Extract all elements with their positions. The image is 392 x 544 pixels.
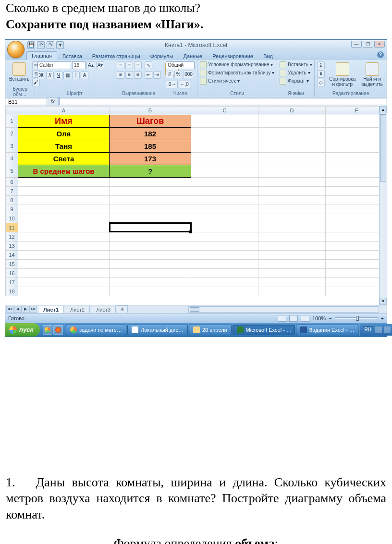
cell-D17[interactable] xyxy=(258,278,326,287)
sheet-prev-button[interactable]: ◀ xyxy=(14,306,22,313)
col-header-D[interactable]: D xyxy=(258,106,326,115)
cell-C9[interactable] xyxy=(191,205,258,214)
italic-button[interactable]: К xyxy=(46,72,54,79)
cell-D13[interactable] xyxy=(258,241,326,250)
cell-E1[interactable] xyxy=(326,115,387,127)
office-button[interactable] xyxy=(7,41,24,58)
cell-B16[interactable] xyxy=(110,268,191,278)
taskbar-task[interactable]: задачи по мате… xyxy=(66,325,126,335)
cell-A14[interactable] xyxy=(18,250,110,259)
find-select-button[interactable]: Найти и выделить xyxy=(360,61,384,88)
row-header-7[interactable]: 7 xyxy=(6,186,18,195)
select-all-corner[interactable] xyxy=(6,106,18,115)
currency-button[interactable]: ₽ xyxy=(166,71,173,78)
start-button[interactable]: пуск xyxy=(5,323,40,337)
cell-D5[interactable] xyxy=(258,165,326,177)
autosum-button[interactable]: Σ xyxy=(317,61,325,69)
cell-A15[interactable] xyxy=(18,259,110,268)
row-header-11[interactable]: 11 xyxy=(6,223,18,232)
cell-C17[interactable] xyxy=(191,278,258,287)
cell-A11[interactable] xyxy=(18,223,110,232)
cell-A1[interactable]: Имя xyxy=(18,115,110,127)
cell-E4[interactable] xyxy=(326,152,387,165)
hscroll-thumb[interactable] xyxy=(190,307,199,312)
row-header-13[interactable]: 13 xyxy=(6,241,18,250)
cell-C12[interactable] xyxy=(191,232,258,241)
row-header-5[interactable]: 5 xyxy=(6,165,18,177)
cell-E9[interactable] xyxy=(326,205,387,214)
tab-insert[interactable]: Вставка xyxy=(58,52,87,60)
cell-A2[interactable]: Оля xyxy=(18,127,110,140)
cell-E11[interactable] xyxy=(326,223,387,232)
taskbar-task[interactable]: Локальный дис… xyxy=(127,325,188,335)
cell-E14[interactable] xyxy=(326,250,387,259)
cell-C16[interactable] xyxy=(191,268,258,278)
zoom-out-button[interactable]: − xyxy=(329,315,331,321)
language-indicator[interactable]: RU xyxy=(363,326,373,333)
cell-D12[interactable] xyxy=(258,232,326,241)
view-pagebreak-button[interactable] xyxy=(301,315,309,322)
new-sheet-button[interactable]: ✳ xyxy=(117,305,128,313)
cell-D8[interactable] xyxy=(258,195,326,205)
cell-A17[interactable] xyxy=(18,278,110,287)
cell-C10[interactable] xyxy=(191,214,258,223)
row-header-18[interactable]: 18 xyxy=(6,287,18,296)
insert-cells-button[interactable]: Вставить ▾ xyxy=(280,61,312,68)
cell-A5[interactable]: В среднем шагов xyxy=(18,165,110,177)
row-header-9[interactable]: 9 xyxy=(6,205,18,214)
cell-C3[interactable] xyxy=(191,140,258,152)
align-mid-button[interactable]: ≡ xyxy=(125,61,133,69)
fill-color-button[interactable] xyxy=(72,72,80,79)
clear-button[interactable]: ◇ xyxy=(317,79,325,86)
percent-button[interactable]: % xyxy=(174,71,182,78)
thousands-button[interactable]: 000 xyxy=(183,71,194,78)
cell-E18[interactable] xyxy=(326,287,387,296)
cell-E3[interactable] xyxy=(326,140,387,152)
sheet-first-button[interactable]: ⏮ xyxy=(6,306,14,313)
zoom-in-button[interactable]: + xyxy=(381,315,384,321)
cell-A4[interactable]: Света xyxy=(18,152,110,165)
cell-B9[interactable] xyxy=(110,205,191,214)
cell-E17[interactable] xyxy=(326,278,387,287)
tab-data[interactable]: Данные xyxy=(178,52,207,60)
grow-font-button[interactable]: A▴ xyxy=(86,61,95,69)
cell-B6[interactable] xyxy=(110,177,191,186)
tray-icon-1[interactable] xyxy=(375,326,382,333)
cell-C8[interactable] xyxy=(191,195,258,205)
sheet-next-button[interactable]: ▶ xyxy=(22,306,29,313)
align-top-button[interactable]: ≡ xyxy=(117,61,124,69)
cell-E8[interactable] xyxy=(326,195,387,205)
formula-input[interactable] xyxy=(59,98,386,105)
cond-format-button[interactable]: Условное форматирование ▾ xyxy=(200,61,273,68)
cell-D6[interactable] xyxy=(258,177,326,186)
row-header-2[interactable]: 2 xyxy=(6,127,18,140)
cell-A6[interactable] xyxy=(18,177,110,186)
cell-C11[interactable] xyxy=(191,223,258,232)
cell-B14[interactable] xyxy=(110,250,191,259)
cell-A13[interactable] xyxy=(18,241,110,250)
col-header-C[interactable]: C xyxy=(191,106,258,115)
redo-icon[interactable]: ↷ xyxy=(47,41,54,49)
qat-more-icon[interactable]: ▾ xyxy=(56,41,64,49)
cell-A18[interactable] xyxy=(18,287,110,296)
number-format-select[interactable]: Общий xyxy=(166,61,195,69)
grid[interactable]: ABCDE1ИмяШагов2Оля1823Таня1854Света1735В… xyxy=(5,106,387,305)
cell-A16[interactable] xyxy=(18,268,110,278)
cell-styles-button[interactable]: Стили ячеек ▾ xyxy=(200,78,240,85)
close-button[interactable]: ✕ xyxy=(374,41,385,48)
cell-C1[interactable] xyxy=(191,115,258,127)
cell-B8[interactable] xyxy=(110,195,191,205)
format-as-table-button[interactable]: Форматировать как таблицу ▾ xyxy=(200,70,274,76)
font-color-button[interactable]: A xyxy=(81,72,88,79)
align-left-button[interactable]: ≡ xyxy=(117,71,124,79)
taskbar-task[interactable]: 20 апреля xyxy=(189,325,232,335)
cell-C13[interactable] xyxy=(191,241,258,250)
cell-A3[interactable]: Таня xyxy=(18,140,110,152)
ql-firefox-icon[interactable] xyxy=(53,325,63,335)
cell-E16[interactable] xyxy=(326,268,387,278)
row-header-16[interactable]: 16 xyxy=(6,268,18,278)
cell-E10[interactable] xyxy=(326,214,387,223)
row-header-1[interactable]: 1 xyxy=(6,115,18,127)
tab-home[interactable]: Главная xyxy=(26,51,57,60)
restore-button[interactable]: ❐ xyxy=(363,41,373,48)
